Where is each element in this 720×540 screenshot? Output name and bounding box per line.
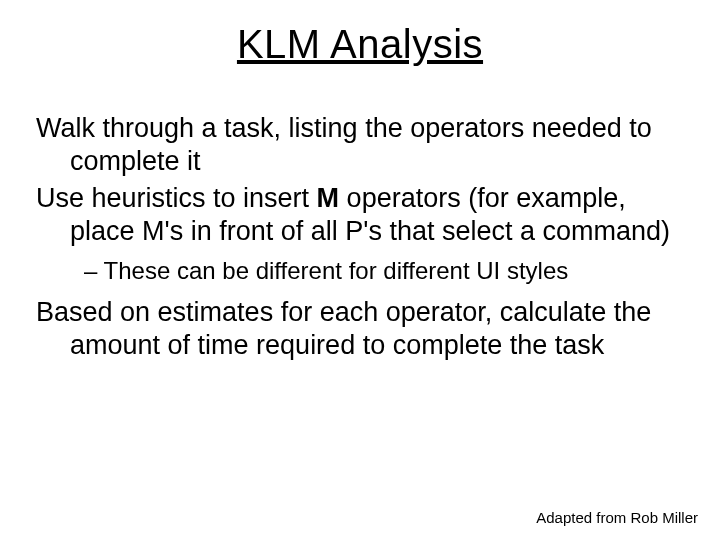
bullet-2-pre: Use heuristics to insert	[36, 183, 317, 213]
bullet-3: Based on estimates for each operator, ca…	[36, 296, 684, 362]
bullet-2: Use heuristics to insert M operators (fo…	[36, 182, 684, 248]
slide: KLM Analysis Walk through a task, listin…	[0, 0, 720, 540]
slide-title: KLM Analysis	[0, 22, 720, 67]
bullet-2-sub-text: These can be different for different UI …	[104, 257, 569, 284]
bullet-1: Walk through a task, listing the operato…	[36, 112, 684, 178]
slide-body: Walk through a task, listing the operato…	[36, 112, 684, 366]
attribution: Adapted from Rob Miller	[536, 509, 698, 526]
bullet-2-sub: – These can be different for different U…	[84, 256, 684, 286]
bullet-2-sub-dash: –	[84, 257, 104, 284]
bullet-2-bold: M	[317, 183, 340, 213]
